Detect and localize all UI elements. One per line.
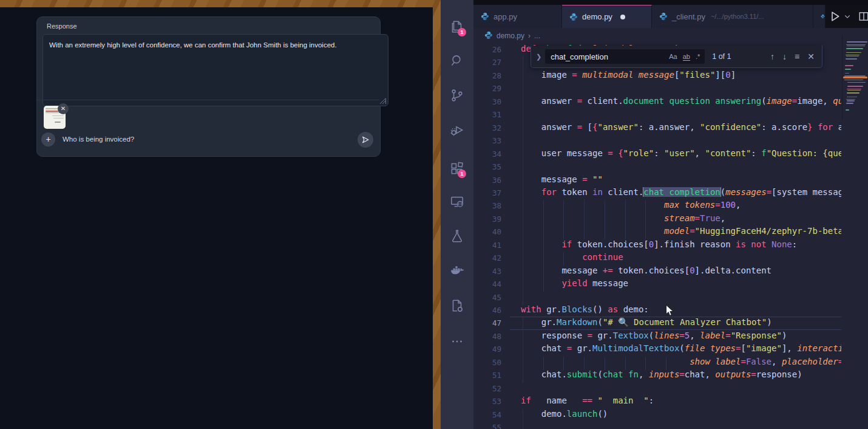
code-line-39: stream=True, xyxy=(521,213,841,223)
line-number: 38 xyxy=(473,201,501,210)
minimap-line xyxy=(847,92,860,94)
code-line-46: with gr.Blocks() as demo: xyxy=(521,304,841,314)
activity-source-control[interactable] xyxy=(441,82,473,109)
code-line-30: answer = client.document_question_answer… xyxy=(521,96,841,106)
find-match-highlight: chat_completion xyxy=(643,187,720,197)
minimap-line xyxy=(846,56,859,57)
send-button[interactable] xyxy=(358,132,373,148)
run-dropdown-chevron[interactable] xyxy=(844,13,851,20)
minimap-line xyxy=(843,78,843,80)
tab-app.py[interactable]: app.py xyxy=(473,5,562,28)
match-case-toggle[interactable]: Aa xyxy=(669,53,677,61)
gradio-app-window: Response With an extremely high level of… xyxy=(0,7,433,429)
find-in-selection-button[interactable]: ≡ xyxy=(795,52,799,61)
activity-snippets[interactable] xyxy=(441,292,473,319)
code-line-40: model="HuggingFaceH4/zephyr-7b-beta" xyxy=(521,226,841,236)
line-number: 49 xyxy=(473,345,501,354)
code-line-54: demo.launch() xyxy=(521,409,841,419)
activity-remote-explorer[interactable] xyxy=(441,188,473,215)
breadcrumb-rest[interactable]: ... xyxy=(534,32,540,40)
activity-explorer[interactable]: 1 xyxy=(441,13,473,40)
minimap[interactable] xyxy=(842,35,868,120)
find-next-button[interactable]: ↓ xyxy=(782,52,787,61)
window-top-strip xyxy=(441,0,868,5)
code-line-41: if token.choices[0].finish_reason is not… xyxy=(521,239,841,249)
line-number: 26 xyxy=(473,45,501,54)
editor-tab-bar: app.pydemo.py_client.py~/.../python3.11/… xyxy=(473,5,868,28)
activity-more[interactable] xyxy=(441,328,473,355)
line-number: 39 xyxy=(473,214,501,224)
minimap-line xyxy=(844,80,863,81)
minimap-line xyxy=(845,65,853,66)
remove-image-button[interactable]: ✕ xyxy=(58,103,69,114)
line-number: 30 xyxy=(473,97,501,106)
code-line-43: message += token.choices[0].delta.conten… xyxy=(521,266,841,275)
breadcrumb-file[interactable]: demo.py xyxy=(497,32,524,40)
activity-run-debug[interactable] xyxy=(441,117,473,143)
editor-actions xyxy=(826,5,868,28)
line-number: 47 xyxy=(473,318,501,328)
regex-toggle[interactable]: .* xyxy=(696,53,700,61)
add-file-button[interactable]: + xyxy=(41,132,55,146)
resize-handle[interactable] xyxy=(380,98,386,104)
vscode-window: 11 app.pydemo.py_client.py~/.../python3.… xyxy=(441,0,868,429)
minimap-line xyxy=(845,73,849,74)
find-results-count: 1 of 1 xyxy=(712,52,731,61)
line-number: 55 xyxy=(473,423,501,429)
minimap-line xyxy=(846,109,849,111)
whole-word-toggle[interactable]: ab xyxy=(683,53,690,61)
activity-bar: 11 xyxy=(441,0,473,429)
indent-guide xyxy=(523,292,523,305)
line-number: 45 xyxy=(473,293,501,302)
indent-guide xyxy=(523,135,523,148)
minimap-line xyxy=(844,43,846,44)
code-line-34: user_message = {"role": "user", "content… xyxy=(521,148,841,158)
breadcrumb[interactable]: demo.py › ... xyxy=(473,28,868,44)
split-editor-button[interactable] xyxy=(858,11,868,22)
minimap-line xyxy=(847,86,863,87)
activity-docker[interactable] xyxy=(441,258,473,284)
send-icon xyxy=(361,136,370,144)
code-editor[interactable]: 26def chat_fn(multimodal_message):2728 i… xyxy=(473,44,868,429)
line-number: 52 xyxy=(473,384,501,393)
line-number: 34 xyxy=(473,149,501,159)
chat-input[interactable]: Who is being invoiced? xyxy=(63,136,134,143)
line-number: 41 xyxy=(473,241,501,250)
activity-search[interactable] xyxy=(441,47,473,74)
code-line-36: message = "" xyxy=(521,174,841,184)
line-number: 27 xyxy=(473,58,501,67)
response-textarea[interactable]: With an extremely high level of confiden… xyxy=(42,34,388,106)
toggle-replace-icon[interactable]: ❯ xyxy=(536,53,541,61)
line-number: 42 xyxy=(473,253,501,263)
tab-overflow-sliver[interactable] xyxy=(813,5,826,28)
find-previous-button[interactable]: ↑ xyxy=(770,52,775,61)
tab-demo.py[interactable]: demo.py xyxy=(562,5,652,28)
minimap-line xyxy=(846,103,853,104)
activity-account[interactable] xyxy=(441,424,473,429)
run-python-file-button[interactable] xyxy=(829,10,841,22)
modified-dot xyxy=(620,15,625,19)
code-line-51: chat.submit(chat_fn, inputs=chat, output… xyxy=(521,369,841,379)
find-close-button[interactable]: ✕ xyxy=(807,52,815,61)
minimap-line xyxy=(846,52,861,53)
minimap-line xyxy=(846,58,857,60)
minimap-line xyxy=(847,97,857,98)
tab-label: app.py xyxy=(493,12,517,21)
tab-_client.py[interactable]: _client.py~/.../python3.11/... xyxy=(652,5,813,28)
line-number: 44 xyxy=(473,280,501,289)
find-widget: ❯ chat_completion Aa ab .* 1 of 1 ↑ ↓ ≡ … xyxy=(531,46,822,68)
card-divider xyxy=(36,100,379,100)
activity-testing[interactable] xyxy=(441,222,473,249)
minimap-line xyxy=(847,89,861,90)
activity-extensions[interactable]: 1 xyxy=(441,155,473,182)
indent-guide xyxy=(523,57,523,70)
code-line-28: image = multimodal_message["files"][0] xyxy=(521,70,841,80)
code-line-32: answer = [{"answer": a.answer, "confiden… xyxy=(521,122,841,132)
line-number: 50 xyxy=(473,358,501,367)
minimap-line xyxy=(847,82,866,83)
minimap-find-match xyxy=(843,77,867,78)
code-line-49: chat = gr.MultimodalTextbox(file_types=[… xyxy=(521,343,841,353)
minimap-line xyxy=(841,40,844,41)
line-number: 29 xyxy=(473,84,501,93)
find-input[interactable]: chat_completion Aa ab .* xyxy=(545,49,705,64)
